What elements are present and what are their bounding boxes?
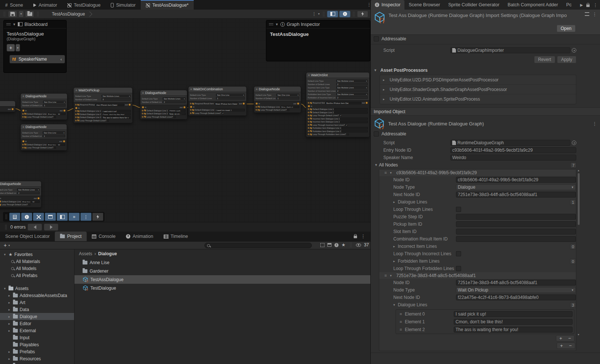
inspector-menu-icon[interactable] <box>593 2 598 8</box>
input-port[interactable] <box>256 102 258 105</box>
lock-icon[interactable] <box>354 236 357 238</box>
property-port-icon[interactable] <box>142 113 143 114</box>
output-port[interactable] <box>37 197 40 199</box>
row-checkbox[interactable] <box>340 115 342 117</box>
row-checkbox[interactable] <box>287 109 290 111</box>
blackboard-toggle-button[interactable] <box>57 213 68 221</box>
row-value-field[interactable]: Post boy... W <box>47 144 65 146</box>
element-text-field[interactable]: Cmon, don't be like this! <box>454 319 573 325</box>
add-variable-dropdown[interactable]: ▼ <box>16 44 20 51</box>
property-value[interactable]: 1 <box>43 104 66 107</box>
foldout-arrow-icon[interactable]: ▾ <box>393 303 398 307</box>
foldout-arrow-icon[interactable]: ▸ <box>393 200 398 204</box>
panel-menu-icon[interactable] <box>361 233 366 239</box>
assets-tree-item[interactable]: ▸ Dialogue <box>0 313 74 320</box>
input-port[interactable] <box>142 106 144 108</box>
tab-strip-menu-icon[interactable] <box>367 2 367 7</box>
row-text-field[interactable]: f22a475e-4c2f-41c6-9b73-6a83498abfe0 <box>456 294 576 300</box>
property-value[interactable]: Say Multiple Lines <box>336 86 368 89</box>
graph-node[interactable]: WaitOnSlot Default Line Type Say Multipl… <box>306 72 370 137</box>
output-port[interactable] <box>63 109 66 112</box>
property-port-icon[interactable] <box>308 108 309 110</box>
collapse-arrow-icon[interactable]: ▼ <box>275 23 279 26</box>
row-checkbox[interactable] <box>174 116 176 118</box>
property-port-icon[interactable] <box>22 147 24 148</box>
row-checkbox[interactable] <box>222 112 224 114</box>
drag-handle-icon[interactable] <box>400 319 403 324</box>
previous-error-button[interactable] <box>28 224 42 230</box>
property-value[interactable]: 1 <box>216 97 245 100</box>
add-variable-button[interactable]: + <box>7 44 15 51</box>
preview-toggle-button[interactable] <box>92 213 103 221</box>
property-port-icon[interactable] <box>75 114 77 115</box>
row-text-field[interactable]: DialogueGraphImporter <box>450 47 570 53</box>
row-value-field[interactable]: Post boy... W <box>22 200 40 203</box>
node-title-bar[interactable]: StartNode <box>0 101 15 107</box>
foldout-arrow-icon[interactable]: ▸ <box>383 78 387 82</box>
property-port-icon[interactable] <box>22 113 24 115</box>
toggle-graph-inspector-button[interactable] <box>339 11 350 17</box>
more-tabs-arrow-icon[interactable]: ▶ <box>580 3 583 7</box>
row-text-field[interactable] <box>456 229 576 235</box>
inspector-tab[interactable]: Sprite Collider Generator <box>444 0 503 10</box>
row-value-field[interactable]: The ass is waiting there for y <box>102 116 131 119</box>
bottom-panel-tab[interactable]: Console <box>87 232 121 241</box>
expand-arrow-icon[interactable]: ▸ <box>7 329 11 333</box>
bottom-panel-tab[interactable]: Timeline <box>159 232 193 241</box>
editor-tab[interactable]: Simulator <box>106 0 141 10</box>
property-port-icon[interactable] <box>308 124 309 126</box>
search-in-packages-icon[interactable] <box>327 243 331 247</box>
row-checkbox[interactable] <box>456 207 461 212</box>
input-port[interactable] <box>22 109 24 112</box>
property-value[interactable]: 1 <box>43 135 65 137</box>
property-port-icon[interactable] <box>22 144 24 145</box>
graph-node[interactable]: WaitOnCombination Default Line Type Say … <box>188 86 247 116</box>
project-file-row[interactable]: Gardener <box>74 267 370 275</box>
foldout-arrow-icon[interactable]: ▸ <box>393 259 398 263</box>
favorites-item[interactable]: All Prefabs <box>0 272 74 279</box>
output-port[interactable] <box>183 106 186 108</box>
options-menu-button[interactable]: ▼ <box>311 11 320 17</box>
property-port-icon[interactable] <box>308 127 309 129</box>
expand-arrow-icon[interactable]: ▸ <box>7 294 11 297</box>
add-node-button[interactable] <box>560 343 563 348</box>
search-in-assets-icon[interactable] <box>320 243 324 247</box>
row-text-field[interactable]: c93b5606-401f-49a2-99b5-9ecbf1fa9c29 <box>456 177 576 183</box>
header-menu-icon[interactable] <box>592 11 597 17</box>
assets-tree-item[interactable]: ▸ Scenes <box>0 362 74 364</box>
assets-tree-item[interactable]: Input <box>0 334 74 341</box>
foldout-arrow-icon[interactable]: ▾ <box>390 171 394 175</box>
project-file-row[interactable]: {} TestAssDialogue <box>74 275 370 284</box>
scroll-down-icon[interactable] <box>577 331 580 337</box>
row-value-field[interactable]: Ohhhh yeah, <box>169 109 186 112</box>
output-port[interactable] <box>129 104 131 106</box>
property-value[interactable]: Say One Line <box>43 131 65 134</box>
row-value-field[interactable] <box>342 130 368 133</box>
add-element-button[interactable] <box>559 336 562 341</box>
inspector-tab[interactable]: Batch Component Adder <box>503 0 562 10</box>
assets-tree-item[interactable]: ▸ Art <box>0 299 74 306</box>
favorites-header[interactable]: ▾ Favorites <box>0 251 74 258</box>
inspector-scroll-area[interactable]: Script DialogueGraphImporter Revert Appl… <box>371 44 600 364</box>
search-input[interactable] <box>211 243 309 248</box>
row-value-field[interactable]: Post boy... W <box>47 113 66 115</box>
create-asset-button[interactable]: + <box>4 242 7 248</box>
property-value[interactable]: Say One Line <box>276 94 299 96</box>
editor-tab[interactable]: Animator <box>28 0 62 10</box>
row-checkbox[interactable] <box>346 124 348 126</box>
save-dropdown-button[interactable]: ▼ <box>19 11 24 17</box>
object-picker-icon[interactable] <box>572 48 576 53</box>
project-file-row[interactable]: {} TestDialogue <box>74 284 370 292</box>
property-port-icon[interactable] <box>142 116 143 118</box>
graph-inspector-header[interactable]: ▼ Graph Inspector <box>266 20 370 28</box>
favorites-item[interactable]: All Models <box>0 265 74 272</box>
row-value-field[interactable]: Meat (Pickup Item Data) <box>215 102 239 105</box>
property-value[interactable]: 1 <box>276 97 299 100</box>
expand-arrow-icon[interactable]: ▸ <box>7 350 11 354</box>
row-value-field[interactable] <box>342 127 368 129</box>
project-file-row[interactable]: Anne Lise <box>74 258 370 267</box>
blackboard-variable-speakername[interactable]: SpeakerName ‹ <box>10 55 65 63</box>
apply-button[interactable]: Apply <box>557 56 576 63</box>
nodes-scrollbar[interactable] <box>577 167 580 337</box>
graph-node[interactable]: DialogueNode Default Line Type Say One L… <box>20 93 67 120</box>
